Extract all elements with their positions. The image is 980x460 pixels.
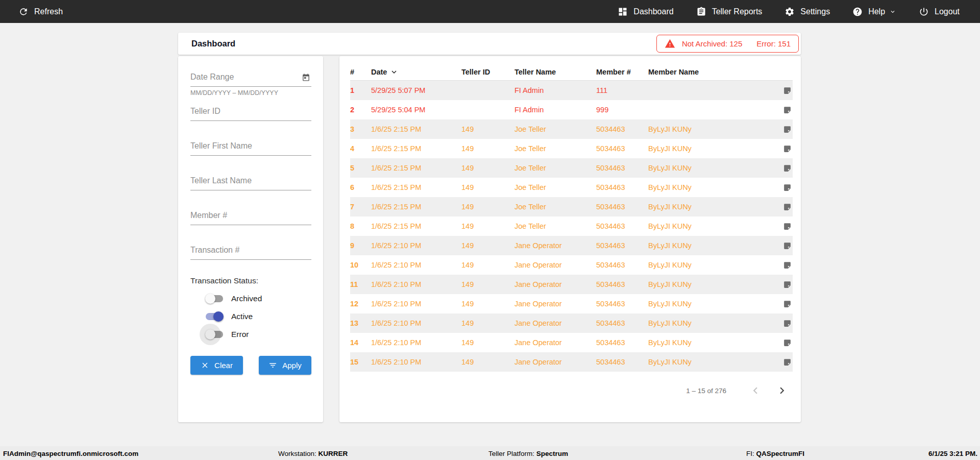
cell-member-name: ByLyJI KUNy <box>648 358 771 366</box>
cell-date: 1/6/25 2:10 PM <box>371 319 461 327</box>
note-icon[interactable] <box>783 338 792 347</box>
table-row[interactable]: 7 1/6/25 2:15 PM 149 Joe Teller 5034463 … <box>350 197 793 216</box>
note-icon[interactable] <box>783 261 792 270</box>
note-icon[interactable] <box>783 106 792 114</box>
alert-badge[interactable]: Not Archived: 125 Error: 151 <box>656 35 799 53</box>
error-switch[interactable] <box>205 329 224 340</box>
nav-teller-reports[interactable]: Teller Reports <box>696 7 763 17</box>
table-row[interactable]: 9 1/6/25 2:10 PM 149 Jane Operator 50344… <box>350 236 793 255</box>
cell-teller-name: FI Admin <box>514 106 596 114</box>
toggle-active-label: Active <box>231 312 253 321</box>
cell-teller-name: Joe Teller <box>514 203 596 211</box>
cell-member-number: 5034463 <box>596 144 648 153</box>
nav-dashboard[interactable]: Dashboard <box>618 7 673 17</box>
cell-member-number: 111 <box>596 86 648 94</box>
calendar-icon[interactable] <box>302 73 310 82</box>
cell-member-number: 999 <box>596 106 648 114</box>
table-body: 1 5/29/25 5:07 PM FI Admin 111 2 5/29/25… <box>350 81 793 372</box>
toggle-error[interactable]: Error <box>190 325 311 343</box>
cell-member-number: 5034463 <box>596 338 648 347</box>
cell-member-number: 5034463 <box>596 280 648 288</box>
note-icon[interactable] <box>783 319 792 328</box>
teller-first-name-input[interactable] <box>190 137 311 156</box>
footer-workstation: Workstation: KURRER <box>278 449 348 457</box>
cell-teller-name: Joe Teller <box>514 144 596 153</box>
table-row[interactable]: 8 1/6/25 2:15 PM 149 Joe Teller 5034463 … <box>350 216 793 236</box>
footer-workstation-label: Workstation: <box>278 449 316 457</box>
footer-workstation-value: KURRER <box>318 449 348 457</box>
page-title: Dashboard <box>191 39 235 49</box>
refresh-button[interactable]: Refresh <box>18 7 63 17</box>
cell-teller-name: Joe Teller <box>514 183 596 191</box>
table-row[interactable]: 2 5/29/25 5:04 PM FI Admin 999 <box>350 100 793 119</box>
table-row[interactable]: 5 1/6/25 2:15 PM 149 Joe Teller 5034463 … <box>350 158 793 178</box>
note-icon[interactable] <box>783 222 792 231</box>
cell-teller-name: Jane Operator <box>514 300 596 308</box>
cell-row-number: 11 <box>350 280 371 288</box>
cell-row-number: 7 <box>350 203 371 211</box>
active-switch[interactable] <box>205 311 224 322</box>
cell-teller-id: 149 <box>461 203 514 211</box>
transaction-number-input[interactable] <box>190 241 311 260</box>
note-icon[interactable] <box>783 300 792 308</box>
cell-member-name: ByLyJI KUNy <box>648 144 771 153</box>
toggle-archived[interactable]: Archived <box>190 289 311 307</box>
table-row[interactable]: 13 1/6/25 2:10 PM 149 Jane Operator 5034… <box>350 313 793 333</box>
cell-member-name: ByLyJI KUNy <box>648 222 771 230</box>
table-row[interactable]: 12 1/6/25 2:10 PM 149 Jane Operator 5034… <box>350 294 793 313</box>
footer-fi-value: QASpectrumFI <box>756 449 805 457</box>
cell-member-number: 5034463 <box>596 358 648 366</box>
nav-logout[interactable]: Logout <box>919 7 960 17</box>
gear-icon <box>785 7 795 17</box>
pagination-range-label: 1 – 15 of 276 <box>686 387 726 395</box>
cell-teller-id: 149 <box>461 261 514 269</box>
nav-teller-reports-label: Teller Reports <box>712 7 763 16</box>
table-row[interactable]: 14 1/6/25 2:10 PM 149 Jane Operator 5034… <box>350 333 793 352</box>
note-icon[interactable] <box>783 183 792 192</box>
clear-button-label: Clear <box>214 361 233 370</box>
table-row[interactable]: 15 1/6/25 2:10 PM 149 Jane Operator 5034… <box>350 352 793 372</box>
prev-page-button[interactable] <box>749 384 762 397</box>
note-icon[interactable] <box>783 358 792 367</box>
cell-member-name: ByLyJI KUNy <box>648 300 771 308</box>
col-header-member-name: Member Name <box>648 68 771 76</box>
cell-row-number: 3 <box>350 125 371 133</box>
teller-last-name-input[interactable] <box>190 172 311 190</box>
cell-member-number: 5034463 <box>596 125 648 133</box>
note-icon[interactable] <box>783 203 792 211</box>
table-row[interactable]: 1 5/29/25 5:07 PM FI Admin 111 <box>350 81 793 100</box>
cell-teller-name: Jane Operator <box>514 319 596 327</box>
note-icon[interactable] <box>783 280 792 289</box>
apply-button[interactable]: Apply <box>259 356 311 375</box>
cell-member-number: 5034463 <box>596 183 648 191</box>
table-row[interactable]: 6 1/6/25 2:15 PM 149 Joe Teller 5034463 … <box>350 178 793 197</box>
toggle-active[interactable]: Active <box>190 307 311 325</box>
cell-member-number: 5034463 <box>596 241 648 250</box>
table-row[interactable]: 10 1/6/25 2:10 PM 149 Jane Operator 5034… <box>350 255 793 275</box>
nav-help[interactable]: Help <box>852 7 896 17</box>
clear-button[interactable]: Clear <box>190 356 243 375</box>
teller-id-input[interactable] <box>190 103 311 121</box>
cell-teller-name: Jane Operator <box>514 358 596 366</box>
cell-teller-id: 149 <box>461 319 514 327</box>
note-icon[interactable] <box>783 86 792 95</box>
nav-settings[interactable]: Settings <box>785 7 830 17</box>
refresh-label: Refresh <box>34 7 63 16</box>
note-icon[interactable] <box>783 144 792 153</box>
note-icon[interactable] <box>783 164 792 173</box>
note-icon[interactable] <box>783 125 792 134</box>
note-icon[interactable] <box>783 241 792 250</box>
cell-teller-id: 149 <box>461 164 514 172</box>
next-page-button[interactable] <box>775 384 789 397</box>
member-number-input[interactable] <box>190 207 311 225</box>
table-row[interactable]: 11 1/6/25 2:10 PM 149 Jane Operator 5034… <box>350 275 793 294</box>
table-row[interactable]: 3 1/6/25 2:15 PM 149 Joe Teller 5034463 … <box>350 119 793 139</box>
transactions-table-card: # Date Teller ID Teller Name Member # Me… <box>339 56 801 422</box>
table-row[interactable]: 4 1/6/25 2:15 PM 149 Joe Teller 5034463 … <box>350 139 793 158</box>
transaction-status-label: Transaction Status: <box>190 276 311 285</box>
col-header-date[interactable]: Date <box>371 67 461 77</box>
archived-switch[interactable] <box>205 294 224 304</box>
cell-date: 1/6/25 2:15 PM <box>371 222 461 230</box>
cell-member-name: ByLyJI KUNy <box>648 164 771 172</box>
date-range-input[interactable] <box>190 68 311 87</box>
